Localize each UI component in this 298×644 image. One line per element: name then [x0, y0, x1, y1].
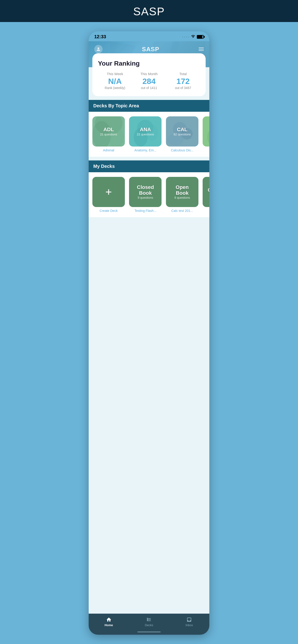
- svg-point-0: [193, 37, 194, 38]
- app-title: SASP: [0, 5, 298, 18]
- topic-section-header: Decks By Topic Area: [89, 100, 209, 112]
- ranking-title: Your Ranking: [98, 60, 200, 67]
- deck-item-adl[interactable]: ADL 21 questions Adrenal: [92, 116, 125, 152]
- wifi-icon: [191, 34, 195, 39]
- topic-section-title: Decks By Topic Area: [93, 103, 139, 108]
- deck-card-cal[interactable]: CAL 82 questions: [166, 116, 198, 146]
- battery-icon: [197, 35, 204, 39]
- stat-this-week-label: This Week: [98, 72, 132, 76]
- phone-frame: 12:33 · · · ·: [89, 31, 209, 635]
- ranking-stats: This Week N/A Rank (weekly) This Month 2…: [98, 72, 200, 90]
- stat-this-month-label: This Month: [132, 72, 166, 76]
- svg-point-17: [207, 127, 209, 146]
- stat-this-week-value: N/A: [98, 77, 132, 85]
- deck-cal-questions: 82 questions: [174, 132, 191, 136]
- deck-closed-book-name: Testing Flash...: [129, 209, 162, 212]
- nav-inbox[interactable]: Inbox: [169, 617, 209, 627]
- main-content: Your Ranking This Week N/A Rank (weekly)…: [89, 60, 209, 614]
- deck-adl-questions: 21 questions: [100, 132, 117, 136]
- deck-card-adl[interactable]: ADL 21 questions: [92, 116, 125, 146]
- top-bar: SASP: [0, 0, 298, 22]
- deck-cal-code: CAL: [177, 127, 187, 132]
- deck-con-name: Congenitl...: [203, 148, 209, 152]
- status-icons: · · · ·: [182, 34, 204, 39]
- deck-adl-name: Adrenal: [92, 148, 125, 152]
- deck-card-con[interactable]: CON 24 quest...: [203, 116, 209, 146]
- deck-ana-code: ANA: [140, 127, 151, 132]
- topic-decks-wrapper: ADL 21 questions Adrenal: [89, 112, 209, 157]
- stat-total-sub: out of 3467: [166, 86, 200, 90]
- nav-decks[interactable]: Decks: [129, 617, 169, 627]
- deck-card-ana[interactable]: ANA 22 questions: [129, 116, 162, 146]
- stat-this-month-sub: out of 1411: [132, 86, 166, 90]
- deck-item-share[interactable]: Open B... 45 quest... Share Wi...: [203, 177, 209, 212]
- page-background: 12:33 · · · ·: [0, 22, 298, 644]
- decks-icon: [146, 617, 152, 622]
- deck-card-closed-book[interactable]: Closed Book 9 questions: [129, 177, 162, 207]
- deck-card-share[interactable]: Open B... 45 quest...: [203, 177, 209, 207]
- nav-home-label: Home: [105, 623, 113, 627]
- deck-card-con-bg: [203, 116, 209, 146]
- deck-share-name: Share Wi...: [203, 209, 209, 212]
- deck-adl-code: ADL: [103, 127, 114, 132]
- stat-this-week: This Week N/A Rank (weekly): [98, 72, 132, 90]
- my-decks-wrapper: + Create Deck Closed Book 9 questions Te…: [89, 172, 209, 217]
- deck-card-open-book[interactable]: Open Book 6 questions: [166, 177, 198, 207]
- deck-item-closed-book[interactable]: Closed Book 9 questions Testing Flash...: [129, 177, 162, 212]
- deck-item-con[interactable]: CON 24 quest... Congenitl...: [203, 116, 209, 152]
- svg-rect-18: [147, 618, 148, 619]
- nav-inbox-label: Inbox: [185, 623, 193, 627]
- deck-open-book-name: Calc test 201...: [166, 209, 198, 212]
- ranking-card: Your Ranking This Week N/A Rank (weekly)…: [92, 53, 206, 96]
- bottom-nav: Home Decks Inbox: [89, 614, 209, 632]
- my-decks-scroll: + Create Deck Closed Book 9 questions Te…: [89, 172, 209, 217]
- deck-item-ana[interactable]: ANA 22 questions Anatomy, Em...: [129, 116, 162, 152]
- svg-rect-19: [147, 619, 148, 620]
- deck-card-create[interactable]: +: [92, 177, 125, 207]
- bottom-indicator: [89, 632, 209, 635]
- create-deck-label: Create Deck: [92, 209, 125, 212]
- topic-decks-scroll: ADL 21 questions Adrenal: [89, 112, 209, 157]
- stat-total: Total 172 out of 3467: [166, 72, 200, 90]
- my-decks-section-title: My Decks: [93, 164, 115, 169]
- deck-item-open-book[interactable]: Open Book 6 questions Calc test 201...: [166, 177, 198, 212]
- my-decks-section-header: My Decks: [89, 160, 209, 172]
- stat-total-label: Total: [166, 72, 200, 76]
- svg-rect-20: [147, 620, 148, 621]
- status-bar: 12:33 · · · ·: [89, 31, 209, 41]
- stat-this-week-sub: Rank (weekly): [98, 86, 132, 90]
- deck-open-book-title: Open Book: [169, 184, 195, 196]
- signal-icon: · · · ·: [182, 35, 189, 38]
- deck-closed-book-questions: 9 questions: [138, 196, 153, 199]
- deck-item-cal[interactable]: CAL 82 questions Calculous Dis...: [166, 116, 198, 152]
- nav-decks-label: Decks: [145, 623, 153, 627]
- deck-share-title: Open B...: [208, 187, 209, 193]
- status-time: 12:33: [94, 34, 106, 40]
- nav-home[interactable]: Home: [89, 617, 129, 627]
- create-plus-icon: +: [105, 186, 112, 198]
- deck-open-book-questions: 6 questions: [175, 196, 190, 199]
- home-icon: [106, 617, 112, 622]
- home-indicator: [137, 632, 161, 632]
- inbox-icon: [186, 617, 192, 622]
- stat-this-month: This Month 284 out of 1411: [132, 72, 166, 90]
- deck-cal-name: Calculous Dis...: [166, 148, 198, 152]
- stat-total-value: 172: [166, 77, 200, 85]
- stat-this-month-value: 284: [132, 77, 166, 85]
- deck-ana-name: Anatomy, Em...: [129, 148, 162, 152]
- deck-closed-book-title: Closed Book: [132, 184, 158, 196]
- deck-ana-questions: 22 questions: [137, 132, 154, 136]
- deck-item-create[interactable]: + Create Deck: [92, 177, 125, 212]
